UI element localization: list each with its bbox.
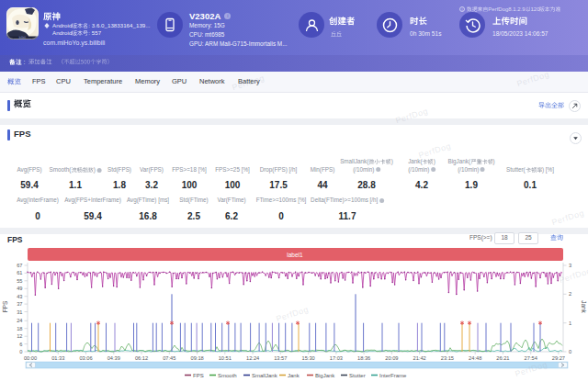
svg-text:06:12: 06:12 <box>135 355 148 361</box>
svg-text:67: 67 <box>17 263 22 268</box>
svg-text:07:45: 07:45 <box>163 355 175 361</box>
svg-text:27:54: 27:54 <box>525 355 537 361</box>
svg-text:SmallJank: SmallJank <box>252 373 278 378</box>
svg-text:3: 3 <box>569 263 571 268</box>
svg-text:2: 2 <box>569 291 571 297</box>
svg-text:49: 49 <box>17 286 22 291</box>
svg-text:1: 1 <box>569 320 571 326</box>
svg-text:Stutter: Stutter <box>349 373 366 378</box>
svg-text:61: 61 <box>17 270 22 275</box>
svg-text:Jank: Jank <box>581 300 587 313</box>
svg-text:03:06: 03:06 <box>79 355 92 361</box>
svg-text:37: 37 <box>17 301 22 307</box>
svg-text:00:00: 00:00 <box>24 355 37 361</box>
svg-text:18:36: 18:36 <box>357 355 370 361</box>
svg-text:26:21: 26:21 <box>496 355 509 361</box>
svg-text:23:15: 23:15 <box>441 355 454 361</box>
svg-text:17:03: 17:03 <box>330 355 343 361</box>
svg-text:09:18: 09:18 <box>190 355 203 361</box>
svg-text:20:09: 20:09 <box>385 355 398 361</box>
svg-text:24:48: 24:48 <box>469 355 481 361</box>
svg-text:12: 12 <box>17 333 22 339</box>
svg-text:29:27: 29:27 <box>552 355 565 361</box>
svg-text:FPS: FPS <box>193 373 204 378</box>
svg-text:43: 43 <box>17 294 22 299</box>
svg-text:10:51: 10:51 <box>219 355 232 361</box>
svg-text:6: 6 <box>19 342 22 347</box>
svg-text:04:39: 04:39 <box>107 355 120 361</box>
svg-text:Smooth: Smooth <box>218 373 237 378</box>
svg-text:18: 18 <box>17 326 22 331</box>
svg-text:13:57: 13:57 <box>274 355 287 361</box>
svg-text:Jank: Jank <box>288 373 300 378</box>
svg-text:24: 24 <box>17 318 22 323</box>
svg-text:55: 55 <box>17 278 22 284</box>
svg-text:BigJank: BigJank <box>315 373 335 378</box>
svg-text:FPS: FPS <box>2 300 8 312</box>
svg-text:InterFrame: InterFrame <box>379 373 407 378</box>
svg-text:15:30: 15:30 <box>301 355 314 361</box>
svg-text:31: 31 <box>17 309 22 315</box>
svg-text:12:24: 12:24 <box>246 355 259 361</box>
svg-text:21:42: 21:42 <box>413 355 425 361</box>
svg-text:0: 0 <box>19 349 22 354</box>
svg-text:0: 0 <box>569 349 571 354</box>
svg-text:01:33: 01:33 <box>51 355 64 361</box>
svg-text:label1: label1 <box>287 252 303 258</box>
